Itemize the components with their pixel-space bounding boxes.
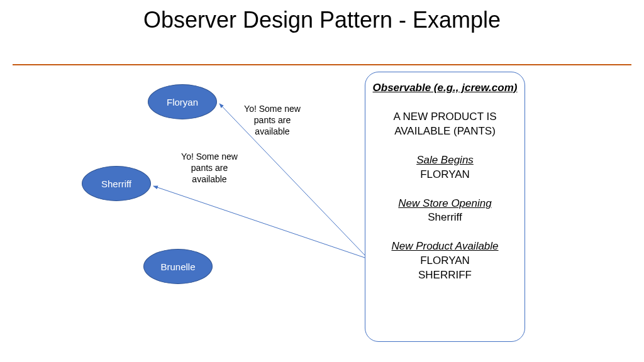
observer-label: Sherriff (101, 178, 131, 189)
observable-heading: Observable (e.g., jcrew.com) (372, 81, 518, 96)
event-3-subscriber-2: SHERRIFF (372, 268, 518, 283)
event-1-title: Sale Begins (372, 153, 518, 168)
observer-label: Brunelle (160, 261, 195, 272)
title-divider (13, 64, 631, 65)
event-2-subscriber: Sherriff (372, 211, 518, 225)
svg-line-1 (153, 186, 365, 258)
message-2: Yo! Some new pants are available (175, 151, 244, 185)
message-1: Yo! Some new pants are available (238, 103, 307, 138)
observer-label: Floryan (167, 97, 198, 107)
event-3-subscriber-1: FLORYAN (372, 254, 518, 268)
observable-box: Observable (e.g., jcrew.com) A NEW PRODU… (365, 72, 525, 342)
event-2-title: New Store Opening (372, 197, 518, 211)
observer-sherriff: Sherriff (82, 166, 151, 201)
observable-notice: A NEW PRODUCT IS AVAILABLE (PANTS) (372, 110, 518, 139)
event-1-subscriber: FLORYAN (372, 168, 518, 182)
observer-floryan: Floryan (148, 84, 217, 119)
slide-title: Observer Design Pattern - Example (0, 0, 644, 33)
event-3-title: New Product Available (372, 239, 518, 254)
observer-brunelle: Brunelle (143, 249, 213, 284)
